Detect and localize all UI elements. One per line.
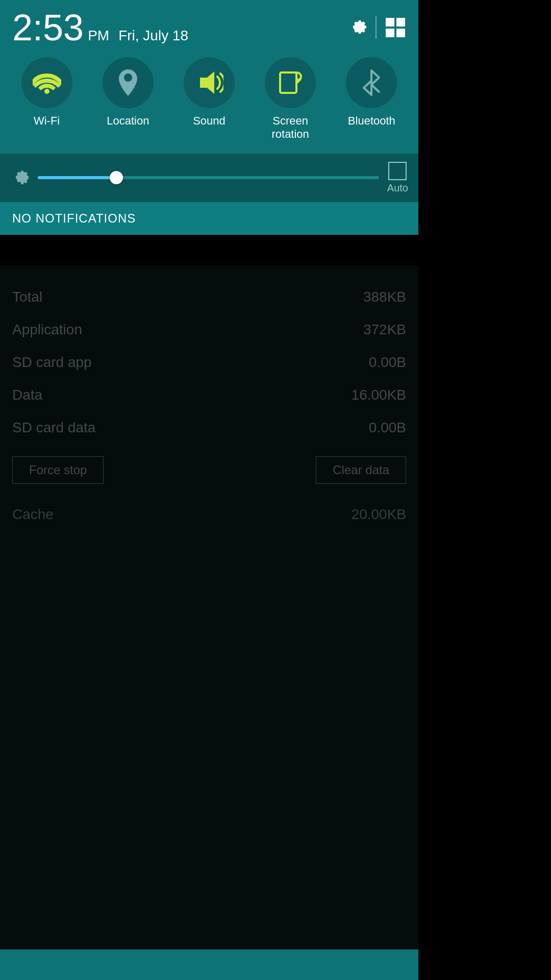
no-notifications-text: NO NOTIFICATIONS — [12, 211, 136, 225]
date-display: Fri, July 18 — [118, 28, 188, 44]
clock-ampm: PM — [88, 28, 109, 44]
location-label: Location — [107, 114, 149, 128]
sound-circle — [184, 57, 235, 108]
brightness-row: Auto — [0, 154, 418, 202]
data-row: Data 16.00KB — [12, 379, 406, 411]
cache-value: 20.00KB — [352, 506, 406, 523]
sdcard-data-value: 0.00B — [369, 420, 406, 436]
brightness-fill — [38, 176, 116, 179]
sdcard-app-value: 0.00B — [369, 354, 406, 371]
svg-rect-3 — [396, 29, 405, 37]
wifi-icon — [33, 68, 61, 97]
rotation-circle — [265, 57, 316, 108]
data-label: Data — [12, 387, 42, 403]
auto-brightness-button[interactable]: Auto — [387, 162, 408, 194]
status-right — [347, 16, 406, 39]
cache-label: Cache — [12, 506, 54, 523]
brightness-thumb — [110, 171, 123, 184]
status-bar: 2:53 PM Fri, July 18 — [0, 0, 418, 51]
sound-icon — [195, 69, 223, 96]
sdcard-app-row: SD card app 0.00B — [12, 346, 406, 379]
notification-panel: 2:53 PM Fri, July 18 — [0, 0, 418, 235]
background-content: Total 388KB Application 372KB SD card ap… — [0, 265, 418, 980]
toggle-sound[interactable]: Sound — [184, 57, 235, 128]
toggle-wifi[interactable]: Wi-Fi — [21, 57, 72, 128]
status-divider — [375, 16, 377, 39]
sound-label: Sound — [193, 114, 226, 128]
brightness-gear-icon[interactable] — [10, 168, 30, 187]
svg-rect-5 — [280, 72, 296, 93]
svg-marker-4 — [200, 71, 214, 94]
bluetooth-label: Bluetooth — [348, 114, 395, 128]
sdcard-data-label: SD card data — [12, 420, 95, 436]
sdcard-data-row: SD card data 0.00B — [12, 411, 406, 444]
force-stop-button: Force stop — [12, 456, 104, 484]
application-row: Application 372KB — [12, 313, 406, 346]
screen-rotation-label: Screen rotation — [271, 114, 309, 141]
rotation-icon — [276, 68, 305, 97]
application-label: Application — [12, 322, 82, 338]
no-notifications-bar: NO NOTIFICATIONS — [0, 202, 418, 235]
clock-time: 2:53 — [12, 9, 84, 46]
wifi-label: Wi-Fi — [34, 114, 60, 128]
toggle-bluetooth[interactable]: Bluetooth — [346, 57, 397, 128]
status-left: 2:53 PM Fri, July 18 — [12, 9, 188, 46]
total-label: Total — [12, 289, 42, 305]
toggle-screen-rotation[interactable]: Screen rotation — [265, 57, 316, 141]
clear-data-button: Clear data — [316, 456, 406, 484]
total-row: Total 388KB — [12, 281, 406, 313]
navigation-bar — [0, 949, 418, 980]
bluetooth-icon — [360, 68, 383, 97]
data-value: 16.00KB — [352, 387, 406, 403]
grid-icon[interactable] — [385, 17, 406, 38]
svg-rect-1 — [396, 18, 405, 27]
svg-rect-0 — [386, 18, 394, 27]
location-icon — [115, 68, 141, 97]
application-value: 372KB — [363, 322, 406, 338]
bluetooth-circle — [346, 57, 397, 108]
cache-row: Cache 20.00KB — [12, 496, 406, 533]
toggle-location[interactable]: Location — [103, 57, 154, 128]
sdcard-app-label: SD card app — [12, 354, 92, 371]
wifi-circle — [21, 57, 72, 108]
svg-rect-2 — [386, 29, 394, 37]
total-value: 388KB — [363, 289, 406, 305]
quick-toggles: Wi-Fi Location — [0, 51, 418, 154]
settings-icon[interactable] — [347, 17, 367, 38]
action-buttons-row: Force stop Clear data — [12, 444, 406, 496]
location-circle — [103, 57, 154, 108]
auto-checkbox — [388, 162, 407, 180]
brightness-slider[interactable] — [38, 176, 379, 179]
auto-label: Auto — [387, 182, 408, 194]
